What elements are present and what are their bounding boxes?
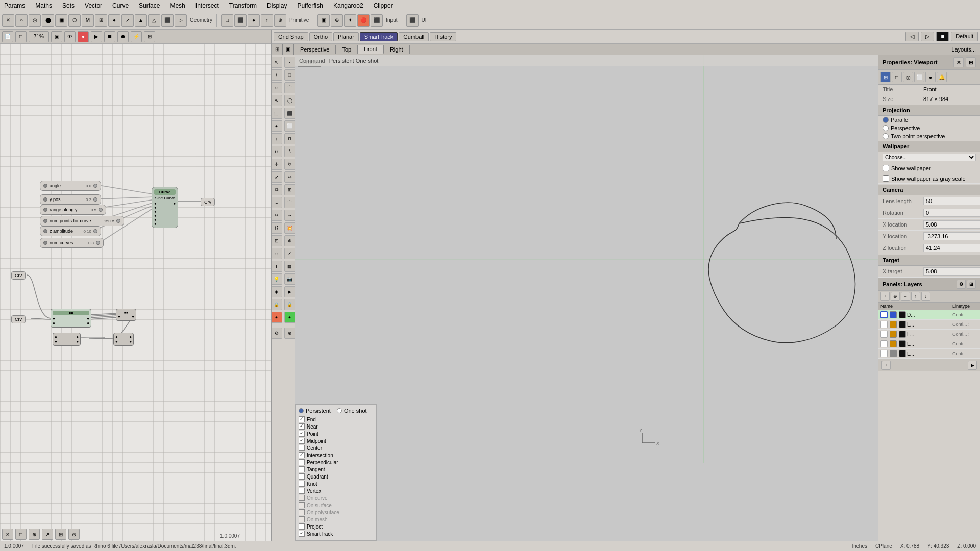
menu-transform[interactable]: Transform (227, 1, 259, 10)
si-dim-angle[interactable]: ∠ (284, 248, 296, 259)
tb-prim-2[interactable]: ⬛ (234, 14, 247, 27)
layer-tb-new-sub[interactable]: ⊕ (891, 292, 900, 301)
si-fillet[interactable]: ⌣ (272, 197, 282, 208)
si-zoom-extent[interactable]: ⊡ (272, 235, 282, 246)
snap-on-mesh-cb[interactable] (299, 516, 305, 522)
gh-tb-zoom[interactable]: 71% (29, 31, 49, 42)
gh-bottom-btn-2[interactable]: □ (15, 529, 27, 540)
layer-color-0[interactable] (890, 311, 897, 318)
redo-btn[interactable]: ▷ (921, 32, 934, 41)
tb-input-4[interactable]: 🔴 (357, 14, 370, 27)
layers-add-btn[interactable]: + (881, 361, 891, 370)
prop-tab-viewport[interactable]: ⊞ (880, 72, 891, 82)
gh-tb-new[interactable]: 📄 (2, 31, 13, 42)
status-units[interactable]: Inches (852, 543, 867, 549)
layer-vis-4[interactable] (880, 350, 888, 357)
snap-near-cb[interactable] (299, 423, 305, 430)
gh-node-bottom-2[interactable]: ■■ ●● (116, 309, 136, 321)
snap-on-curve-cb[interactable] (299, 495, 305, 501)
gh-node-num-points[interactable]: num points for curve 150 ϕ (40, 216, 124, 226)
snap-tangent-cb[interactable] (299, 466, 305, 472)
gh-tb-grid[interactable]: ⊞ (144, 31, 155, 42)
gh-node-bottom-3[interactable]: ●● ●● (53, 333, 81, 346)
layer-vis-1[interactable] (880, 321, 888, 328)
tb-input-1[interactable]: ▣ (317, 14, 330, 27)
si-color2[interactable]: ● (284, 312, 296, 323)
tb-ui-1[interactable]: ⬛ (406, 14, 419, 27)
zloc-input[interactable] (923, 244, 980, 252)
layer-color-2[interactable] (890, 331, 897, 338)
radio-perspective[interactable] (883, 125, 889, 131)
snap-quadrant-cb[interactable] (299, 473, 305, 480)
snap-smarttrack-cb[interactable] (299, 531, 305, 537)
layers-expand[interactable]: ⊞ (967, 280, 976, 289)
menu-display[interactable]: Display (265, 1, 289, 10)
si-unlock[interactable]: 🔓 (284, 299, 296, 310)
layer-row-3[interactable]: L... Conti... : (878, 339, 980, 349)
viewport-tab-toggle[interactable]: ▣ (283, 44, 294, 55)
layer-vis-0[interactable] (880, 311, 888, 318)
grayscale-cb[interactable] (883, 175, 889, 182)
si-lock[interactable]: 🔒 (272, 299, 282, 310)
gh-crv-bottom-left[interactable]: Crv (11, 315, 26, 323)
si-trim[interactable]: ✂ (272, 210, 282, 221)
layers-scroll-btn[interactable]: ▶ (968, 361, 977, 370)
si-cylinder[interactable]: ⬜ (284, 120, 296, 132)
snap-on-polysuface-cb[interactable] (299, 509, 305, 515)
snap-project-cb[interactable] (299, 523, 305, 530)
menu-maths[interactable]: Maths (33, 1, 54, 10)
si-join[interactable]: ⛓ (272, 222, 282, 234)
gh-crv-output[interactable]: Crv (201, 198, 215, 206)
status-cplane[interactable]: CPlane (875, 543, 892, 549)
menu-curve[interactable]: Curve (110, 1, 131, 10)
tb-btn-4[interactable]: ⬤ (42, 14, 54, 27)
gh-tb-capture[interactable]: ⏺ (117, 31, 129, 42)
tab-top[interactable]: Top (336, 45, 358, 54)
snap-on-surface-cb[interactable] (299, 502, 305, 508)
menu-surface[interactable]: Surface (137, 1, 162, 10)
color-btn[interactable]: ■ (936, 32, 949, 41)
layer-printcolor-4[interactable] (899, 350, 906, 357)
gh-tb-record[interactable]: ● (78, 31, 89, 42)
si-sphere[interactable]: ● (272, 120, 282, 132)
si-boolean-diff[interactable]: ∖ (284, 146, 296, 157)
viewport-canvas[interactable]: Front Command Persistent One shot (295, 55, 878, 541)
si-extrude[interactable]: ↑ (272, 133, 282, 144)
xloc-input[interactable] (923, 220, 980, 229)
si-scale[interactable]: ⤢ (272, 171, 282, 183)
undo-btn[interactable]: ◁ (905, 32, 919, 41)
menu-mesh[interactable]: Mesh (168, 1, 187, 10)
layer-printcolor-2[interactable] (899, 331, 906, 338)
menu-clipper[interactable]: Clipper (372, 1, 395, 10)
si-zoom-select[interactable]: ⊕ (284, 235, 296, 246)
viewport-layout-icon[interactable]: ⊞ (272, 44, 283, 55)
layer-row-4[interactable]: L... Conti... : (878, 349, 980, 359)
snap-knot-cb[interactable] (299, 481, 305, 487)
tb-prim-3[interactable]: ● (248, 14, 260, 27)
layer-tb-down[interactable]: ↓ (921, 292, 930, 301)
tb-prim-5[interactable]: ⊕ (274, 14, 286, 27)
tab-perspective[interactable]: Perspective (294, 45, 336, 54)
tb-btn-12[interactable]: △ (148, 14, 160, 27)
gh-node-num-curves[interactable]: num curves 0 3 (40, 238, 104, 248)
si-box[interactable]: ⬛ (284, 108, 296, 119)
snap-perpendicular-cb[interactable] (299, 459, 305, 465)
tb-input-5[interactable]: ⬛ (371, 14, 383, 27)
menu-params[interactable]: Params (2, 1, 27, 10)
tb-btn-11[interactable]: ▲ (135, 14, 147, 27)
command-line[interactable]: Command Persistent One shot (295, 55, 878, 66)
si-dim-linear[interactable]: ↔ (272, 248, 282, 259)
snap-vertex-cb[interactable] (299, 488, 305, 494)
menu-sets[interactable]: Sets (60, 1, 77, 10)
history-btn[interactable]: History (430, 32, 456, 41)
yloc-input[interactable] (923, 232, 980, 240)
tb-btn-8[interactable]: ⊞ (95, 14, 107, 27)
layer-vis-2[interactable] (880, 331, 888, 338)
si-explode[interactable]: 💥 (284, 222, 296, 234)
layer-tb-up[interactable]: ↑ (911, 292, 920, 301)
si-ellipse[interactable]: ◯ (284, 95, 296, 106)
menu-intersect[interactable]: Intersect (193, 1, 221, 10)
gh-tb-preview[interactable]: 👁 (64, 31, 76, 42)
gh-node-z-amplitude[interactable]: z amplitude 0 10 (40, 226, 101, 236)
layer-printcolor-3[interactable] (899, 340, 906, 347)
